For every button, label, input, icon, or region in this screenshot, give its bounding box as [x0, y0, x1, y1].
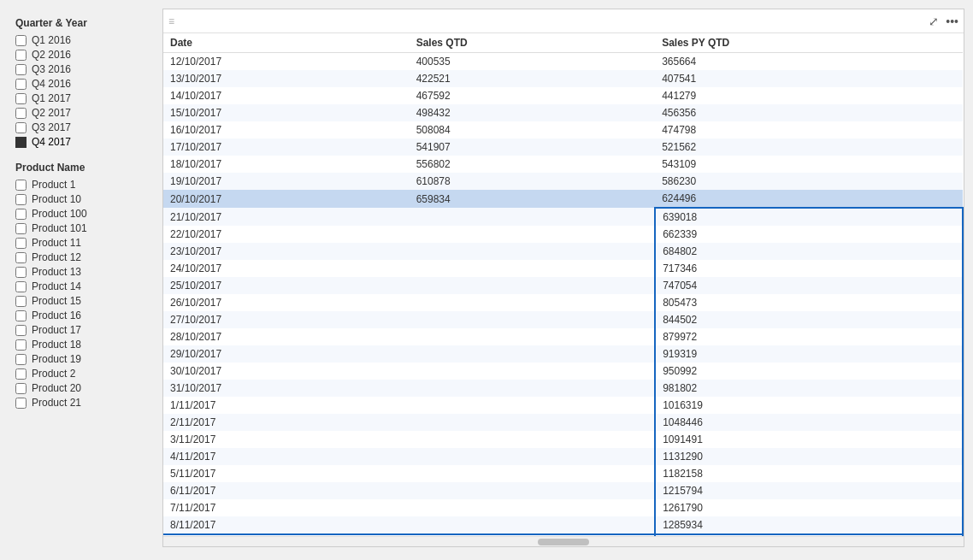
cell-date: 16/10/2017 [163, 121, 410, 139]
checkbox[interactable] [15, 194, 27, 205]
cell-date: 28/10/2017 [163, 328, 410, 345]
cell-date: 21/10/2017 [163, 208, 410, 226]
checkbox[interactable] [15, 122, 27, 133]
filter-label: Product 1 [32, 179, 75, 191]
drag-handle-icon[interactable]: ≡ [168, 15, 174, 27]
cell-date: 17/10/2017 [163, 139, 410, 156]
checkbox[interactable] [15, 354, 27, 365]
checkbox[interactable] [15, 339, 27, 351]
table-row: 27/10/2017844502 [163, 311, 963, 328]
checkbox[interactable] [15, 79, 27, 90]
table-row: 4/11/20171131290 [163, 448, 963, 465]
table-row: 21/10/2017639018 [163, 208, 963, 226]
checkbox[interactable] [15, 296, 27, 307]
table-row: 26/10/2017805473 [163, 294, 963, 311]
cell-sales-py-qtd: 365664 [655, 53, 963, 71]
checkbox[interactable] [15, 281, 27, 292]
more-options-icon[interactable]: ••• [946, 15, 958, 28]
cell-sales-py-qtd: 717346 [655, 260, 963, 277]
cell-sales-py-qtd: 919319 [655, 345, 963, 363]
checkbox[interactable] [15, 108, 27, 119]
checkbox[interactable] [15, 238, 27, 249]
checkbox[interactable] [15, 93, 27, 104]
quarter-item[interactable]: Q4 2016 [15, 78, 156, 90]
checkbox[interactable] [15, 50, 27, 61]
checkbox[interactable] [15, 252, 27, 263]
cell-sales-py-qtd: 684802 [655, 243, 963, 260]
product-item[interactable]: Product 101 [15, 222, 156, 234]
cell-date: 15/10/2017 [163, 104, 410, 121]
quarter-item[interactable]: Q4 2017 [15, 136, 156, 148]
checkbox[interactable] [15, 180, 27, 191]
table-body: 12/10/201740053536566413/10/201742252140… [163, 53, 963, 537]
cell-sales-py-qtd: 1285934 [655, 516, 963, 534]
cell-date: 18/10/2017 [163, 156, 410, 173]
cell-sales-qtd [410, 465, 656, 482]
product-item[interactable]: Product 16 [15, 309, 156, 321]
cell-sales-py-qtd: 662339 [655, 226, 963, 243]
table-row: 18/10/2017556802543109 [163, 156, 963, 173]
checkbox[interactable] [15, 64, 27, 75]
checkbox[interactable] [15, 398, 27, 409]
outer-container: Quarter & Year Q1 2016Q2 2016Q3 2016Q4 2… [0, 0, 973, 560]
product-item[interactable]: Product 20 [15, 382, 156, 394]
product-item[interactable]: Product 17 [15, 324, 156, 336]
product-item[interactable]: Product 15 [15, 295, 156, 307]
product-item[interactable]: Product 10 [15, 193, 156, 205]
product-item[interactable]: Product 100 [15, 208, 156, 220]
filter-label: Product 12 [32, 251, 81, 263]
checkbox[interactable] [15, 325, 27, 336]
cell-sales-qtd [410, 226, 656, 243]
quarter-item[interactable]: Q2 2016 [15, 49, 156, 61]
checkbox[interactable] [15, 383, 27, 394]
cell-sales-qtd [410, 414, 656, 431]
checkbox[interactable] [15, 209, 27, 220]
cell-sales-qtd [410, 499, 656, 516]
cell-date: 13/10/2017 [163, 70, 410, 87]
cell-date: 2/11/2017 [163, 414, 410, 431]
checkbox[interactable] [15, 267, 27, 278]
cell-date: 24/10/2017 [163, 260, 410, 277]
cell-sales-py-qtd: 543109 [655, 156, 963, 173]
quarter-item[interactable]: Q2 2017 [15, 107, 156, 119]
table-row: 19/10/2017610878586230 [163, 173, 963, 190]
cell-sales-py-qtd: 474798 [655, 121, 963, 139]
expand-icon[interactable]: ⤢ [929, 15, 939, 28]
checkbox[interactable] [15, 310, 27, 321]
product-item[interactable]: Product 18 [15, 339, 156, 351]
product-item[interactable]: Product 11 [15, 237, 156, 249]
col-sales-qtd: Sales QTD [410, 33, 656, 53]
table-container[interactable]: Date Sales QTD Sales PY QTD 12/10/201740… [163, 33, 964, 536]
quarter-item[interactable]: Q1 2017 [15, 92, 156, 104]
checkbox[interactable] [15, 223, 27, 234]
product-item[interactable]: Product 14 [15, 280, 156, 292]
checkbox[interactable] [15, 35, 27, 46]
product-item[interactable]: Product 12 [15, 251, 156, 263]
table-row: 6/11/20171215794 [163, 482, 963, 499]
cell-sales-qtd: 400535 [410, 53, 656, 71]
product-item[interactable]: Product 1 [15, 179, 156, 191]
quarter-item[interactable]: Q3 2017 [15, 121, 156, 133]
cell-sales-py-qtd: 586230 [655, 173, 963, 190]
cell-sales-qtd [410, 345, 656, 363]
filter-label: Q4 2017 [32, 136, 71, 148]
cell-sales-qtd [410, 448, 656, 465]
filter-label: Q1 2016 [32, 34, 71, 46]
cell-date: 26/10/2017 [163, 294, 410, 311]
bottom-scrollbar[interactable] [163, 536, 964, 546]
table-row: 20/10/2017659834624496 [163, 190, 963, 208]
cell-sales-qtd [410, 260, 656, 277]
cell-sales-qtd: 508084 [410, 121, 656, 139]
product-item[interactable]: Product 2 [15, 368, 156, 380]
checkbox[interactable] [15, 368, 27, 380]
product-item[interactable]: Product 21 [15, 397, 156, 409]
quarter-item[interactable]: Q3 2016 [15, 63, 156, 75]
cell-sales-py-qtd: 1016319 [655, 397, 963, 414]
product-item[interactable]: Product 13 [15, 266, 156, 278]
product-item[interactable]: Product 19 [15, 353, 156, 365]
product-name-title: Product Name [15, 162, 156, 174]
horizontal-scroll-thumb[interactable] [538, 539, 589, 545]
quarter-item[interactable]: Q1 2016 [15, 34, 156, 46]
cell-date: 7/11/2017 [163, 499, 410, 516]
quarter-year-title: Quarter & Year [15, 17, 156, 29]
